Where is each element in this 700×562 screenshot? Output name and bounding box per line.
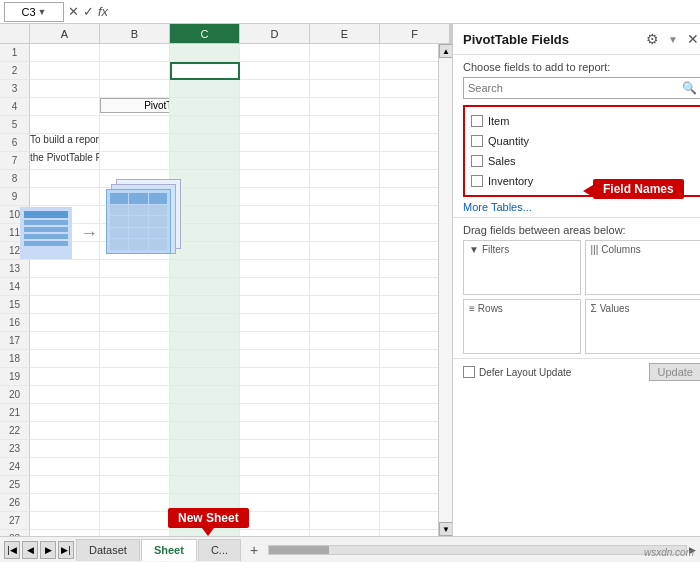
cell-A20[interactable]	[30, 386, 100, 404]
field-checkbox-inventory[interactable]	[471, 175, 483, 187]
cell-C4[interactable]	[170, 98, 240, 116]
cell-A7[interactable]: the PivotTable Field List	[30, 152, 100, 170]
scroll-down-btn[interactable]: ▼	[439, 522, 453, 536]
close-panel-icon[interactable]: ✕	[684, 30, 700, 48]
cell-E14[interactable]	[310, 278, 380, 296]
cell-E9[interactable]	[310, 188, 380, 206]
cell-D16[interactable]	[240, 314, 310, 332]
cell-B23[interactable]	[100, 440, 170, 458]
cell-A22[interactable]	[30, 422, 100, 440]
vertical-scrollbar[interactable]: ▲ ▼	[438, 44, 452, 536]
cell-B4[interactable]: PivotTable5	[100, 98, 170, 116]
area-box-rows[interactable]: ≡ Rows	[463, 299, 581, 354]
cell-A27[interactable]	[30, 512, 100, 530]
cell-C19[interactable]	[170, 368, 240, 386]
add-sheet-button[interactable]: +	[244, 540, 264, 560]
cell-D12[interactable]	[240, 242, 310, 260]
cell-C22[interactable]	[170, 422, 240, 440]
tab-nav-first[interactable]: |◀	[4, 541, 20, 559]
cell-D25[interactable]	[240, 476, 310, 494]
cell-D26[interactable]	[240, 494, 310, 512]
cell-D13[interactable]	[240, 260, 310, 278]
cell-C6[interactable]	[170, 134, 240, 152]
cell-D24[interactable]	[240, 458, 310, 476]
cell-D15[interactable]	[240, 296, 310, 314]
cell-E18[interactable]	[310, 350, 380, 368]
cell-A2[interactable]	[30, 62, 100, 80]
field-checkbox-item[interactable]	[471, 115, 483, 127]
cell-C21[interactable]	[170, 404, 240, 422]
cell-E17[interactable]	[310, 332, 380, 350]
field-item-quantity[interactable]: Quantity	[471, 131, 694, 151]
cell-A14[interactable]	[30, 278, 100, 296]
cell-B13[interactable]	[100, 260, 170, 278]
cell-A4[interactable]	[30, 98, 100, 116]
cell-D1[interactable]	[240, 44, 310, 62]
area-box-columns[interactable]: ||| Columns	[585, 240, 701, 295]
cell-C17[interactable]	[170, 332, 240, 350]
cell-E20[interactable]	[310, 386, 380, 404]
field-item-sales[interactable]: Sales	[471, 151, 694, 171]
cell-D14[interactable]	[240, 278, 310, 296]
cell-B24[interactable]	[100, 458, 170, 476]
cell-C7[interactable]	[170, 152, 240, 170]
cell-B14[interactable]	[100, 278, 170, 296]
cell-C16[interactable]	[170, 314, 240, 332]
cell-E22[interactable]	[310, 422, 380, 440]
cell-A21[interactable]	[30, 404, 100, 422]
cell-E5[interactable]	[310, 116, 380, 134]
tab-c[interactable]: C...	[198, 539, 241, 561]
cell-E4[interactable]	[310, 98, 380, 116]
cell-A1[interactable]	[30, 44, 100, 62]
cell-D18[interactable]	[240, 350, 310, 368]
cell-B27[interactable]	[100, 512, 170, 530]
cell-C5[interactable]	[170, 116, 240, 134]
cell-D9[interactable]	[240, 188, 310, 206]
cell-C25[interactable]	[170, 476, 240, 494]
h-scroll-thumb[interactable]	[269, 546, 329, 554]
cell-D23[interactable]	[240, 440, 310, 458]
cell-A18[interactable]	[30, 350, 100, 368]
field-checkbox-sales[interactable]	[471, 155, 483, 167]
cell-A24[interactable]	[30, 458, 100, 476]
cell-E6[interactable]	[310, 134, 380, 152]
cell-A26[interactable]	[30, 494, 100, 512]
cell-C14[interactable]	[170, 278, 240, 296]
cell-D21[interactable]	[240, 404, 310, 422]
cell-E19[interactable]	[310, 368, 380, 386]
cell-B26[interactable]	[100, 494, 170, 512]
cell-D27[interactable]	[240, 512, 310, 530]
cell-E8[interactable]	[310, 170, 380, 188]
cell-E25[interactable]	[310, 476, 380, 494]
col-header-B[interactable]: B	[100, 24, 170, 43]
cell-A6[interactable]: To build a report, choose fields from	[30, 134, 100, 152]
cell-B5[interactable]	[100, 116, 170, 134]
cell-B17[interactable]	[100, 332, 170, 350]
cell-B21[interactable]	[100, 404, 170, 422]
settings-dropdown-icon[interactable]: ▼	[668, 34, 678, 45]
cell-C15[interactable]	[170, 296, 240, 314]
cell-E16[interactable]	[310, 314, 380, 332]
tab-nav-prev[interactable]: ◀	[22, 541, 38, 559]
cell-E21[interactable]	[310, 404, 380, 422]
cell-D19[interactable]	[240, 368, 310, 386]
cell-A17[interactable]	[30, 332, 100, 350]
cell-E10[interactable]	[310, 206, 380, 224]
cell-B3[interactable]	[100, 80, 170, 98]
cell-A15[interactable]	[30, 296, 100, 314]
settings-icon[interactable]: ⚙	[643, 30, 662, 48]
cell-A19[interactable]	[30, 368, 100, 386]
confirm-icon[interactable]: ✓	[83, 4, 94, 19]
cell-C2[interactable]	[170, 62, 240, 80]
cell-D22[interactable]	[240, 422, 310, 440]
cell-C23[interactable]	[170, 440, 240, 458]
cell-A25[interactable]	[30, 476, 100, 494]
tab-nav-next[interactable]: ▶	[40, 541, 56, 559]
scroll-track[interactable]	[439, 58, 452, 522]
cell-E13[interactable]	[310, 260, 380, 278]
cell-E7[interactable]	[310, 152, 380, 170]
cell-D3[interactable]	[240, 80, 310, 98]
cell-A3[interactable]	[30, 80, 100, 98]
cell-D10[interactable]	[240, 206, 310, 224]
cell-D17[interactable]	[240, 332, 310, 350]
